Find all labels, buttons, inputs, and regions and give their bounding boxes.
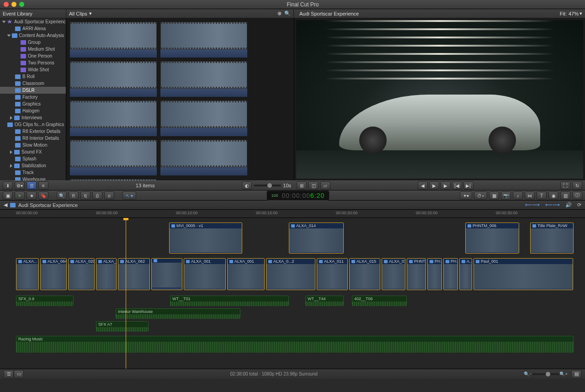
generators-button[interactable]: ◉: [548, 191, 558, 200]
select-tool-button[interactable]: ↖ ▾: [122, 191, 136, 200]
browser-clip[interactable]: [70, 22, 157, 58]
close-icon[interactable]: [4, 2, 9, 7]
browser-clip[interactable]: [160, 22, 247, 58]
video-clip[interactable]: ALXA...: [16, 258, 39, 290]
photos-browser-button[interactable]: 📷: [501, 191, 511, 200]
sidebar-item[interactable]: B Roll: [0, 73, 66, 80]
reject-button[interactable]: ★: [27, 191, 37, 200]
video-clip[interactable]: ALXA_013: [382, 258, 405, 290]
browser-clip[interactable]: [70, 179, 157, 180]
zoom-icon[interactable]: [19, 2, 24, 7]
browser-clip[interactable]: [70, 61, 157, 97]
insert-button[interactable]: ⎗: [80, 191, 90, 200]
event-library-sidebar[interactable]: Audi Sportscar ExperienceARRI AlexaConte…: [0, 18, 66, 180]
filmstrip-view-button[interactable]: ☰: [27, 181, 37, 190]
sidebar-item[interactable]: Factory: [0, 94, 66, 101]
video-clip[interactable]: ALXA_014: [289, 222, 344, 254]
video-clip[interactable]: PHNTM_006: [465, 222, 519, 254]
snapping-icon[interactable]: ⟵⟶: [525, 202, 540, 208]
video-clip[interactable]: ALXA_001: [184, 258, 226, 290]
sidebar-item[interactable]: DSLR: [0, 87, 66, 94]
fit-value[interactable]: 47%: [569, 11, 579, 16]
video-clip[interactable]: PH...: [427, 258, 442, 290]
video-clip[interactable]: A...: [459, 258, 472, 290]
video-clip[interactable]: [151, 258, 182, 290]
connect-button[interactable]: ⎘: [69, 191, 79, 200]
browser-clip[interactable]: [160, 61, 247, 97]
fullscreen-button[interactable]: ⛶: [560, 181, 570, 190]
append-button[interactable]: ⎙: [92, 191, 102, 200]
hide-rejected-icon[interactable]: ⊗: [277, 11, 282, 16]
video-clip[interactable]: Paul_001: [473, 258, 573, 290]
sidebar-item[interactable]: Group: [0, 39, 66, 46]
video-clip[interactable]: ALXA_020: [68, 258, 95, 290]
import-button[interactable]: ⬇: [3, 181, 13, 190]
search-icon[interactable]: 🔍: [284, 11, 291, 16]
sidebar-item[interactable]: Track: [0, 169, 66, 176]
music-browser-button[interactable]: ♪: [513, 191, 523, 200]
zoom-out-icon[interactable]: 🔍−: [524, 371, 532, 376]
audio-clip[interactable]: Interior Warehouse: [116, 308, 240, 318]
retime-button[interactable]: ⏱▾: [474, 191, 487, 200]
effects-browser-button[interactable]: ▦: [489, 191, 499, 200]
clip-appearance-button[interactable]: ◐: [242, 181, 252, 190]
sidebar-item[interactable]: Audi Sportscar Experience: [0, 18, 66, 25]
browser-clip[interactable]: [70, 101, 157, 136]
minimize-icon[interactable]: [11, 2, 16, 7]
zoom-slider[interactable]: [532, 373, 559, 375]
sidebar-item[interactable]: ARRI Alexa: [0, 25, 66, 32]
zoom-in-icon[interactable]: 🔍+: [559, 371, 568, 376]
crop-button[interactable]: ◫: [308, 181, 319, 190]
back-icon[interactable]: ◀: [4, 202, 7, 208]
browser-clip[interactable]: [160, 140, 247, 175]
library-toggle-button[interactable]: ▣: [3, 191, 13, 200]
audio-clip[interactable]: 402__T06: [352, 296, 407, 306]
sidebar-item[interactable]: R8 Exterior Details: [0, 128, 66, 135]
playhead[interactable]: [126, 218, 126, 369]
loop-button[interactable]: ↻: [572, 181, 582, 190]
browser-clip[interactable]: [160, 101, 247, 136]
solo-icon[interactable]: ⟳: [577, 202, 581, 208]
video-clip[interactable]: ALXA_073: [96, 258, 117, 290]
titles-button[interactable]: T: [537, 191, 547, 200]
gear-icon[interactable]: ⚙▾: [15, 181, 25, 190]
video-clip[interactable]: ALXA_001: [227, 258, 265, 290]
timeline[interactable]: MVI_0005 - v1ALXA_014PHNTM_006Title Plat…: [0, 218, 585, 369]
audio-skim-icon[interactable]: 🔊: [565, 202, 572, 208]
timeline-appearance-button[interactable]: ▤: [571, 370, 581, 378]
video-clip[interactable]: ALXA_011: [317, 258, 348, 290]
video-clip[interactable]: ALXA_064: [40, 258, 67, 290]
sidebar-item[interactable]: Sound FX: [0, 148, 66, 155]
sidebar-item[interactable]: Warehouse: [0, 176, 66, 180]
skimming-icon[interactable]: ⟵⟶: [545, 202, 560, 208]
clip-appearance-footer[interactable]: ▭: [14, 370, 24, 378]
sidebar-item[interactable]: Medium Shot: [0, 46, 66, 53]
prev-frame-button[interactable]: |◀: [452, 181, 462, 190]
audio-clip[interactable]: Racing Music: [16, 336, 574, 352]
sidebar-item[interactable]: Stabilization: [0, 162, 66, 169]
keyword-button[interactable]: 🔖: [38, 191, 48, 200]
sidebar-item[interactable]: Interviews: [0, 114, 66, 121]
browser-filter[interactable]: All Clips ▾ ⊗ 🔍: [66, 9, 294, 18]
effects-tool-button[interactable]: ✦▾: [460, 191, 472, 200]
sidebar-item[interactable]: OG Clips fo...n Graphics: [0, 121, 66, 128]
search-tool-icon[interactable]: 🔍: [57, 191, 67, 200]
video-clip[interactable]: Title Plate_RAW: [530, 222, 574, 254]
clip-browser[interactable]: [66, 18, 294, 180]
sidebar-item[interactable]: R8 Interior Details: [0, 135, 66, 142]
play-reverse-button[interactable]: ▶: [429, 181, 439, 190]
list-view-button[interactable]: ≡: [38, 181, 48, 190]
video-clip[interactable]: PHNT...: [407, 258, 426, 290]
inspector-button[interactable]: ⓘ: [572, 191, 582, 200]
sidebar-item[interactable]: One Person: [0, 53, 66, 59]
video-clip[interactable]: ALXA_0...2: [266, 258, 315, 290]
distort-button[interactable]: ▱: [320, 181, 330, 190]
audio-clip[interactable]: WT__T01: [170, 296, 289, 306]
video-clip[interactable]: ALXA_015: [349, 258, 380, 290]
sidebar-item[interactable]: Slow Motion: [0, 142, 66, 148]
video-clip[interactable]: ALXA_062: [118, 258, 150, 290]
timeline-index-button[interactable]: ☰: [4, 370, 14, 378]
overwrite-button[interactable]: ⎚: [104, 191, 114, 200]
browser-clip[interactable]: [70, 140, 157, 175]
themes-button[interactable]: ▥: [560, 191, 570, 200]
